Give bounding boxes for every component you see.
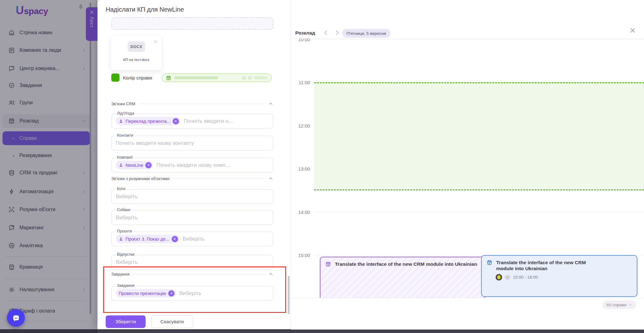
section-crm-links: Зв'язки CRM [111, 101, 273, 106]
cats-field[interactable]: Коти Виберіть [111, 189, 273, 204]
activity-modal: Лист Надіслати КП для NewLine DOCX КП на… [97, 0, 644, 329]
section-smart-objects: Зв'язки з розумними об'єктами [111, 176, 273, 181]
activity-color-label: Колір справи [123, 75, 152, 81]
chip-label: Проєкт 3. Показ де... [125, 237, 169, 242]
footer-divider [97, 312, 291, 313]
hour-label: 15:00 [291, 253, 310, 258]
field-placeholder: Виберіть [116, 259, 138, 265]
calendar-check-icon [486, 259, 492, 265]
event-title: Translate the interface of the new CRM m… [496, 259, 600, 271]
save-button[interactable]: Зберегти [106, 315, 146, 328]
support-chat-button[interactable] [7, 309, 25, 327]
lead-chip[interactable]: Переклад презента... [116, 117, 180, 125]
activity-color-swatch[interactable] [111, 74, 119, 82]
preview-avatar-dot [248, 76, 252, 80]
field-label: Компанії [115, 155, 134, 160]
person-icon [119, 237, 123, 241]
preview-title-bar [174, 76, 218, 79]
field-label: Коти [115, 187, 127, 191]
lead-deal-field[interactable]: Лід/Угода Переклад презента... Почніть в… [111, 114, 273, 128]
field-label: Лід/Угода [115, 111, 136, 116]
chip-label: Провести презентацію [119, 291, 166, 296]
projects-field[interactable]: Проєкти Проєкт 3. Показ де... Виберіть [111, 232, 273, 246]
chevron-up-icon[interactable] [268, 101, 273, 106]
event-card[interactable]: Translate the interface of the new CRM m… [320, 257, 485, 298]
activities-filter-dropdown[interactable]: Усі справи [602, 301, 636, 309]
filter-label: Усі справи [606, 303, 626, 307]
hour-line [314, 39, 644, 40]
company-chip[interactable]: NewLine [116, 161, 153, 169]
hour-label: 13:00 [291, 166, 310, 172]
chip-label: NewLine [125, 163, 143, 168]
section-divider [173, 178, 265, 179]
chevron-right-icon [334, 29, 341, 36]
dogs-field[interactable]: Собаки Виберіть [111, 210, 273, 225]
prev-day-button[interactable] [322, 29, 329, 36]
next-day-button[interactable] [334, 29, 341, 36]
field-label: Контакти [115, 133, 135, 138]
field-placeholder: Почніть вводити назву комп... [156, 162, 230, 168]
remove-chip-icon[interactable] [172, 236, 178, 242]
contacts-field[interactable]: Контакти Почніть вводити назву контакту [111, 136, 273, 150]
field-placeholder: Почніть вводити н... [184, 118, 233, 124]
section-title: Зв'язки з розумними об'єктами [111, 176, 169, 181]
chevron-left-icon [322, 29, 329, 36]
remove-chip-icon[interactable] [168, 290, 175, 297]
person-icon [119, 163, 123, 167]
date-pill[interactable]: П'ятниця, 5 вересня [342, 29, 391, 38]
calendar-check-icon [166, 75, 171, 81]
remove-chip-icon[interactable] [145, 162, 152, 168]
file-name: КП на тест.docx [111, 58, 162, 62]
hour-label: 10:00 [291, 39, 310, 42]
event-card[interactable]: Translate the interface of the new CRM m… [481, 255, 637, 297]
close-icon [630, 27, 636, 34]
assignee-avatar [496, 274, 502, 281]
modal-backdrop[interactable] [0, 0, 97, 333]
hour-label: 12:00 [291, 123, 310, 128]
file-type-badge: DOCX [128, 41, 145, 52]
chevron-up-icon[interactable] [268, 176, 273, 181]
form-scrollbar[interactable] [288, 276, 290, 314]
field-placeholder: Почніть вводити назву контакту [116, 140, 194, 146]
field-placeholder: Виберіть [116, 215, 138, 221]
vacations-field[interactable]: Відпустки Виберіть [111, 255, 273, 270]
schedule-panel: Розклад П'ятниця, 5 вересня 10:00 11:00 … [291, 0, 644, 329]
field-placeholder: Виберіть [179, 290, 201, 297]
event-title: Translate the interface of the new CRM m… [335, 261, 477, 267]
file-drop-zone[interactable] [111, 17, 273, 30]
tasks-field[interactable]: Завдання Провести презентацію Виберіть [111, 286, 273, 301]
close-panel-button[interactable] [630, 27, 636, 34]
remove-file-icon[interactable] [153, 40, 158, 44]
attached-file-card[interactable]: DOCX КП на тест.docx [111, 36, 162, 70]
chevron-down-icon [628, 303, 632, 307]
chip-label: Переклад презента... [125, 119, 170, 124]
companies-field[interactable]: Компанії NewLine Почніть вводити назву к… [111, 158, 273, 172]
section-divider [133, 274, 265, 274]
remove-chip-icon[interactable] [173, 118, 179, 124]
chat-bubble-icon [11, 313, 21, 323]
preview-time-bar [254, 76, 268, 79]
project-chip[interactable]: Проєкт 3. Показ де... [116, 235, 180, 243]
task-chip[interactable]: Провести презентацію [116, 289, 176, 298]
field-placeholder: Виберіть [183, 236, 205, 242]
section-title: Завдання [111, 272, 130, 276]
hour-line [314, 212, 644, 212]
hour-label: 14:00 [291, 210, 310, 215]
schedule-footer: Усі справи [291, 298, 644, 330]
schedule-header: Розклад П'ятниця, 5 вересня [291, 0, 644, 39]
chevron-up-icon[interactable] [268, 271, 273, 276]
priority-icon: = [505, 275, 510, 280]
preview-avatar-dot [242, 76, 246, 80]
busy-time-block[interactable] [314, 82, 644, 190]
cancel-button[interactable]: Скасувати [151, 315, 193, 328]
hour-label: 11:00 [291, 80, 310, 85]
person-icon [119, 119, 123, 123]
field-label: Завдання [115, 283, 136, 288]
field-label: Проєкти [115, 229, 134, 233]
day-grid[interactable]: 10:00 11:00 12:00 13:00 14:00 15:00 Tran… [291, 39, 644, 298]
event-time: 15:00 - 18:00 [513, 275, 538, 280]
page-title: Надіслати КП для NewLine [106, 6, 184, 13]
activity-color-preview [162, 74, 272, 82]
field-label: Собаки [115, 208, 132, 212]
section-tasks: Завдання [111, 271, 273, 276]
